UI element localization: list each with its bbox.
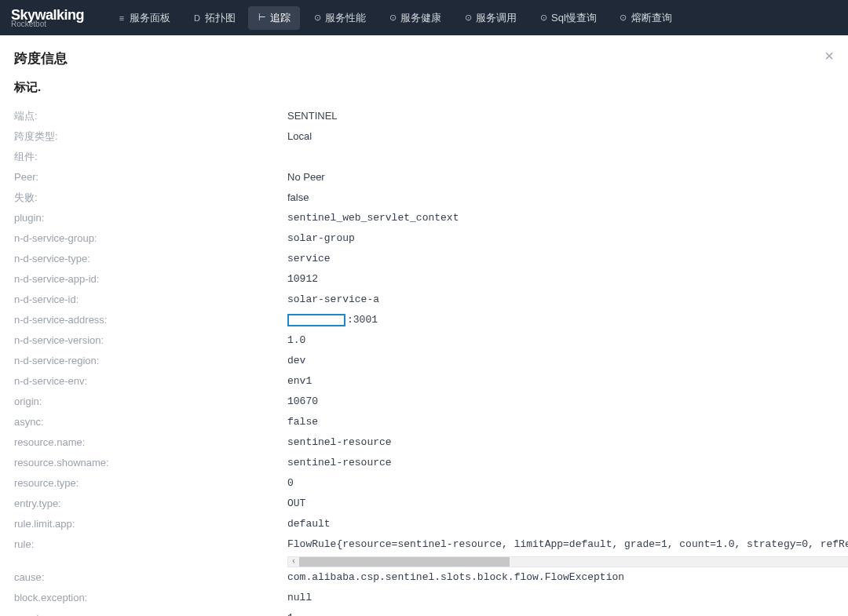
main-nav: ≡服务面板D拓扑图⊢追踪⊙服务性能⊙服务健康⊙服务调用⊙Sql慢查询⊙熔断查询: [108, 6, 682, 30]
tag-key: n-d-service-app-id:: [14, 269, 287, 290]
horizontal-scrollbar[interactable]: ‹›: [287, 556, 848, 567]
tag-key: async:: [14, 412, 287, 432]
tag-value: default: [287, 514, 834, 534]
tag-row: entry.type:OUT: [14, 494, 834, 514]
tag-key: origin:: [14, 392, 287, 412]
tag-row: Peer:No Peer: [14, 167, 834, 188]
tag-row: n-d-service-group:solar-group: [14, 228, 834, 249]
nav-label: Sql慢查询: [551, 11, 597, 25]
nav-label: 拓扑图: [205, 11, 236, 25]
tag-row: count:1: [14, 608, 834, 616]
nav-item-4[interactable]: ⊙服务健康: [378, 6, 451, 30]
tag-key: count:: [14, 608, 287, 616]
tag-key: rule:: [14, 534, 287, 555]
tag-key: 端点:: [14, 106, 287, 126]
nav-item-3[interactable]: ⊙服务性能: [303, 6, 375, 30]
tag-value: env1: [287, 371, 834, 392]
tag-row: n-d-service-address::3001: [14, 310, 834, 330]
top-nav-bar: Skywalking Rocketbot ≡服务面板D拓扑图⊢追踪⊙服务性能⊙服…: [0, 0, 848, 35]
tag-value: sentinel-resource: [287, 453, 834, 473]
redacted-box: [287, 314, 345, 326]
section-title: 标记.: [14, 80, 834, 95]
tag-key: n-d-service-group:: [14, 228, 287, 249]
nav-label: 服务健康: [400, 11, 441, 25]
tag-row: rule:FlowRule{resource=sentinel-resource…: [14, 534, 834, 567]
scroll-track[interactable]: [299, 557, 848, 567]
tag-value: SENTINEL: [287, 106, 834, 126]
tag-row: cause:com.alibaba.csp.sentinel.slots.blo…: [14, 567, 834, 588]
nav-item-2[interactable]: ⊢追踪: [248, 6, 300, 30]
nav-icon: ≡: [117, 13, 126, 23]
tag-row: block.exception:null: [14, 588, 834, 608]
tag-key: n-d-service-address:: [14, 310, 287, 330]
panel-title: 跨度信息: [14, 49, 834, 67]
tag-key: n-d-service-region:: [14, 351, 287, 371]
tag-key: rule.limit.app:: [14, 514, 287, 534]
tag-row: n-d-service-region:dev: [14, 351, 834, 371]
tag-value: dev: [287, 351, 834, 371]
tag-value: false: [287, 412, 834, 432]
tag-value: solar-service-a: [287, 290, 834, 310]
tag-row: n-d-service-type:service: [14, 249, 834, 269]
nav-label: 追踪: [270, 11, 291, 25]
nav-icon: ⊢: [258, 13, 267, 23]
tag-row: async:false: [14, 412, 834, 432]
nav-icon: ⊙: [313, 13, 322, 23]
tag-row: n-d-service-version:1.0: [14, 330, 834, 351]
tag-key: entry.type:: [14, 494, 287, 514]
tag-key: n-d-service-env:: [14, 371, 287, 392]
nav-item-1[interactable]: D拓扑图: [183, 6, 245, 30]
nav-icon: ⊙: [539, 13, 548, 23]
nav-label: 服务调用: [476, 11, 517, 25]
tag-value: 1: [287, 608, 834, 616]
nav-item-5[interactable]: ⊙服务调用: [454, 6, 526, 30]
tag-value: OUT: [287, 494, 834, 514]
tag-row: origin:10670: [14, 392, 834, 412]
nav-item-0[interactable]: ≡服务面板: [108, 6, 180, 30]
nav-label: 熔断查询: [631, 11, 672, 25]
nav-label: 服务面板: [130, 11, 170, 25]
tag-key: resource.name:: [14, 432, 287, 453]
tag-value: Local: [287, 126, 834, 147]
tag-value: null: [287, 588, 834, 608]
tag-key: 失败:: [14, 188, 287, 208]
tag-key: resource.type:: [14, 473, 287, 494]
tag-row: resource.name:sentinel-resource: [14, 432, 834, 453]
scroll-thumb[interactable]: [299, 557, 510, 567]
tag-row: resource.type:0: [14, 473, 834, 494]
tag-value: FlowRule{resource=sentinel-resource, lim…: [287, 534, 848, 567]
tag-row: 端点:SENTINEL: [14, 106, 834, 126]
tag-key: cause:: [14, 567, 287, 588]
tag-row: rule.limit.app:default: [14, 514, 834, 534]
tag-row: 失败:false: [14, 188, 834, 208]
nav-label: 服务性能: [325, 11, 366, 25]
nav-icon: ⊙: [388, 13, 397, 23]
nav-icon: ⊙: [619, 13, 628, 23]
tag-key: plugin:: [14, 208, 287, 228]
tag-value: No Peer: [287, 167, 834, 188]
tag-row: resource.showname:sentinel-resource: [14, 453, 834, 473]
tag-value: :3001: [287, 310, 834, 330]
tag-key: n-d-service-id:: [14, 290, 287, 310]
tag-row: n-d-service-env:env1: [14, 371, 834, 392]
tag-key: 跨度类型:: [14, 126, 287, 147]
tag-key: block.exception:: [14, 588, 287, 608]
tag-row: plugin:sentinel_web_servlet_context: [14, 208, 834, 228]
tag-value: 10670: [287, 392, 834, 412]
tag-row: n-d-service-id:solar-service-a: [14, 290, 834, 310]
nav-item-6[interactable]: ⊙Sql慢查询: [529, 6, 606, 30]
nav-item-7[interactable]: ⊙熔断查询: [609, 6, 682, 30]
tag-row: n-d-service-app-id:10912: [14, 269, 834, 290]
close-icon[interactable]: ×: [824, 48, 834, 64]
nav-icon: D: [192, 13, 202, 23]
nav-icon: ⊙: [463, 13, 473, 23]
tag-value: service: [287, 249, 834, 269]
tag-value: 1.0: [287, 330, 834, 351]
tag-row: 跨度类型:Local: [14, 126, 834, 147]
brand-logo: Skywalking Rocketbot: [8, 8, 92, 28]
tag-value: com.alibaba.csp.sentinel.slots.block.flo…: [287, 567, 834, 588]
tag-rows: 端点:SENTINEL跨度类型:Local组件:Peer:No Peer失败:f…: [14, 106, 834, 616]
tag-key: n-d-service-type:: [14, 249, 287, 269]
tag-value: false: [287, 188, 834, 208]
tag-value: solar-group: [287, 228, 834, 249]
